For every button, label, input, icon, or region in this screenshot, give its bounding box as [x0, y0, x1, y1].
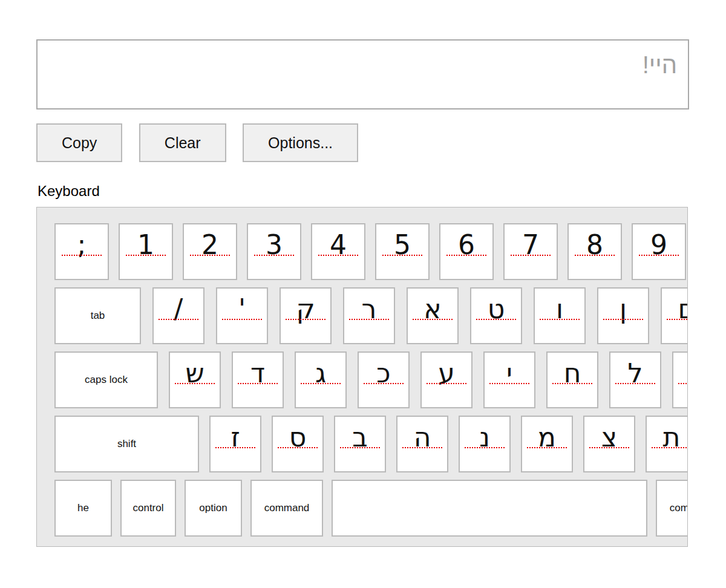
key-semicolon[interactable]: ; [54, 223, 109, 280]
key-lamed[interactable]: ל [609, 351, 661, 408]
baseline-dotted-line [402, 447, 442, 448]
key-ayin[interactable]: ע [420, 351, 473, 408]
baseline-dotted-line [349, 319, 389, 320]
key-glyph: ט [471, 296, 521, 322]
key-option[interactable]: option [185, 480, 242, 537]
key-qof[interactable]: ק [280, 287, 332, 344]
key-control[interactable]: control [120, 480, 176, 537]
key-glyph: א [408, 296, 457, 322]
key-digit-9[interactable]: 9 [632, 223, 686, 280]
key-label: control [122, 481, 175, 535]
key-glyph: ם [662, 296, 688, 322]
key-label: command [657, 481, 688, 535]
key-bet[interactable]: ב [334, 416, 386, 472]
key-glyph: 7 [505, 232, 557, 258]
keyboard-row-4: shiftזסבהנמצת [54, 416, 687, 472]
baseline-dotted-line [222, 319, 262, 320]
baseline-dotted-line [615, 383, 655, 384]
keyboard-section-title: Keyboard [38, 183, 726, 200]
key-glyph: 4 [312, 232, 364, 258]
key-language-he[interactable]: he [54, 480, 112, 537]
keyboard-row-1: ;123456789 [54, 223, 687, 280]
key-command-left[interactable]: command [250, 480, 323, 537]
keyboard-row-5: hecontroloptioncommandcommand [54, 480, 687, 537]
key-glyph: 3 [248, 232, 300, 258]
key-digit-5[interactable]: 5 [375, 223, 430, 280]
key-label: option [186, 481, 241, 535]
key-caps-lock[interactable]: caps lock [54, 351, 158, 408]
key-glyph: ש [170, 360, 220, 387]
key-final-mem[interactable]: ם [661, 287, 688, 344]
key-geresh[interactable]: ' [216, 287, 268, 344]
key-glyph: ' [217, 296, 267, 322]
key-final-kaf[interactable]: ך [672, 351, 688, 408]
key-glyph: ס [273, 424, 322, 451]
key-shift[interactable]: shift [54, 416, 199, 472]
key-alef[interactable]: א [407, 287, 459, 344]
baseline-dotted-line [126, 255, 166, 256]
key-glyph: 1 [120, 232, 172, 258]
key-label: tab [56, 289, 140, 343]
key-zayin[interactable]: ז [209, 416, 261, 472]
key-tet[interactable]: ט [470, 287, 522, 344]
baseline-dotted-line [62, 255, 102, 256]
toolbar: Copy Clear Options... [36, 123, 726, 163]
key-tsadi[interactable]: צ [583, 416, 635, 472]
key-glyph: ק [281, 296, 330, 322]
key-shin[interactable]: ש [169, 351, 221, 408]
key-tav[interactable]: ת [646, 416, 688, 472]
key-tab[interactable]: tab [54, 287, 141, 344]
key-resh[interactable]: ר [343, 287, 395, 344]
baseline-dotted-line [340, 447, 380, 448]
options-button[interactable]: Options... [243, 123, 358, 162]
key-label: caps lock [56, 353, 157, 407]
key-slash[interactable]: / [152, 287, 204, 344]
key-digit-4[interactable]: 4 [311, 223, 365, 280]
key-glyph: ח [548, 360, 597, 387]
key-glyph: 6 [440, 232, 492, 258]
key-label: he [56, 481, 111, 535]
key-glyph: ; [56, 232, 108, 258]
key-kaf[interactable]: כ [358, 351, 410, 408]
baseline-dotted-line [465, 447, 505, 448]
key-digit-2[interactable]: 2 [183, 223, 237, 280]
key-samekh[interactable]: ס [272, 416, 324, 472]
text-input[interactable] [36, 39, 689, 109]
key-he[interactable]: ה [396, 416, 448, 472]
key-label: command [252, 481, 322, 535]
baseline-dotted-line [190, 255, 230, 256]
key-final-nun[interactable]: ן [597, 287, 649, 344]
key-dalet[interactable]: ד [232, 351, 284, 408]
keyboard-row-2: tab/'קראטוןם [54, 287, 687, 344]
clear-button[interactable]: Clear [139, 123, 226, 162]
key-vav[interactable]: ו [534, 287, 586, 344]
baseline-dotted-line [159, 319, 198, 320]
key-het[interactable]: ח [546, 351, 598, 408]
baseline-dotted-line [489, 383, 529, 384]
key-gimel[interactable]: ג [295, 351, 347, 408]
baseline-dotted-line [413, 319, 453, 320]
baseline-dotted-line [301, 383, 341, 384]
copy-button[interactable]: Copy [36, 123, 122, 162]
key-glyph: / [154, 296, 203, 322]
key-digit-3[interactable]: 3 [247, 223, 301, 280]
key-glyph: ך [673, 360, 688, 387]
key-nun[interactable]: נ [459, 416, 511, 472]
baseline-dotted-line [238, 383, 278, 384]
keyboard-row-3: caps lockשדגכעיחלך [54, 351, 687, 408]
key-digit-7[interactable]: 7 [503, 223, 558, 280]
key-digit-1[interactable]: 1 [119, 223, 173, 280]
key-glyph: ן [598, 296, 648, 322]
baseline-dotted-line [589, 447, 629, 448]
key-space[interactable] [332, 480, 647, 537]
baseline-dotted-line [382, 255, 422, 256]
key-command-right[interactable]: command [656, 480, 688, 537]
key-glyph: ו [535, 296, 584, 322]
key-glyph: ה [397, 424, 447, 451]
key-glyph: כ [359, 360, 408, 387]
key-glyph: ל [610, 360, 660, 387]
key-mem[interactable]: מ [521, 416, 573, 472]
key-digit-6[interactable]: 6 [439, 223, 494, 280]
key-digit-8[interactable]: 8 [567, 223, 622, 280]
key-yod[interactable]: י [483, 351, 535, 408]
